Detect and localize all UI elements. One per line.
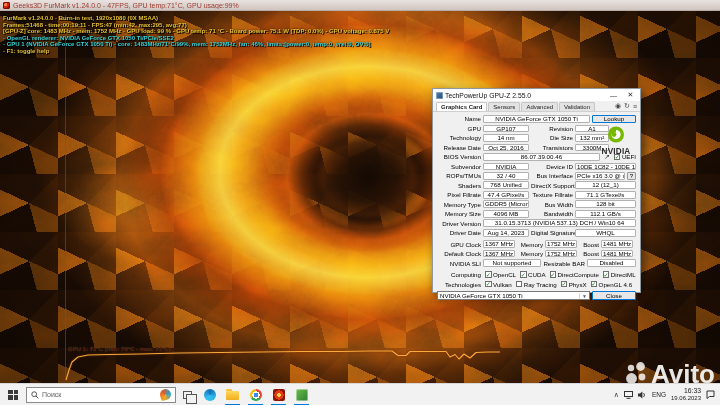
tray-expand-chevron[interactable]: ∧ [614,391,619,399]
osd-line-gpuz-stats: [GPU-Z] core: 1483 MHz - mem: 1752 MHz -… [3,28,389,35]
field-value-resizable-bar: Disabled [587,259,636,267]
nvidia-wordmark: NVIDIA [595,147,637,156]
field-value-name: NVIDIA GeForce GTX 1050 Ti [483,115,590,123]
furmark-taskbar-icon [273,389,285,401]
field-value-default-clock: 1367 MHz [483,250,515,258]
field-label: DirectX Support [531,182,573,189]
field-label: GPU [437,125,481,132]
field-label: Die Size [531,134,573,141]
checkbox-label: PhysX [569,281,587,288]
vulkan-checkbox[interactable]: ✓ Vulkan [485,281,512,288]
ray-tracing-checkbox[interactable]: Ray Tracing [516,281,557,288]
gpuz-app-icon [436,92,443,99]
task-view-icon [183,391,192,399]
physx-checkbox[interactable]: ✓ PhysX [561,281,587,288]
field-value-gpu-clock: 1367 MHz [483,240,515,248]
taskbar-search-input[interactable]: Поиск [26,387,176,403]
checkbox-label: Vulkan [493,281,512,288]
network-icon[interactable] [624,391,633,399]
tab-validation[interactable]: Validation [559,102,595,112]
field-label: Bus Width [531,201,573,208]
field-label: Transistors [531,144,573,151]
furmark-titlebar[interactable]: Geeks3D FurMark v1.24.0.0 - 47FPS, GPU t… [0,0,720,11]
minimize-button[interactable]: — [606,92,621,99]
checkbox-mark: ✓ [520,271,527,278]
clock-date: 19.06.2023 [671,395,701,403]
field-label: Bandwidth [531,210,573,217]
taskbar-item-edge[interactable] [198,384,221,405]
field-label: Boost [579,241,599,248]
field-label: Default Clock [437,250,481,257]
field-value-memory-size: 4096 MB [483,210,529,218]
bus-interface-help-button[interactable]: ? [627,172,636,180]
field-value-texture-fillrate: 71.1 GTexel/s [575,191,636,199]
cuda-checkbox[interactable]: ✓ CUDA [520,271,546,278]
gpuz-fields: Name NVIDIA GeForce GTX 1050 Ti Lookup G… [433,112,640,302]
gpuz-window: TechPowerUp GPU-Z 2.55.0 — ✕ Graphics Ca… [432,88,641,293]
chrome-icon [250,389,262,401]
row-card-selector: NVIDIA GeForce GTX 1050 Ti ▼ Close [437,292,636,300]
taskbar-item-gpuz[interactable] [290,384,313,405]
directcompute-checkbox[interactable]: ✓ DirectCompute [550,271,599,278]
field-value-driver-date: Aug 14, 2023 [483,229,529,237]
taskbar-item-chrome[interactable] [244,384,267,405]
refresh-icon[interactable]: ↻ [624,102,630,110]
opengl-checkbox[interactable]: ✓ OpenGL 4.6 [591,281,632,288]
directml-checkbox[interactable]: ✓ DirectML [603,271,636,278]
field-value-bus-interface: PCIe x16 3.0 @ x16 3.0 [575,172,625,180]
start-button[interactable] [0,384,26,405]
system-tray: ∧ ENG 16:33 19.06.2023 [614,387,720,402]
taskbar-clock[interactable]: 16:33 19.06.2023 [671,387,701,402]
furmark-app-icon [3,2,10,9]
checkbox-mark: ✓ [550,271,557,278]
field-label: Technologies [437,281,481,288]
taskbar-item-explorer[interactable] [221,384,244,405]
action-center-icon[interactable] [706,390,715,399]
opencl-checkbox[interactable]: ✓ OpenCL [485,271,516,278]
field-value-memory-clock: 1752 MHz [545,240,577,248]
field-value-bandwidth: 112.1 GB/s [575,210,636,218]
gpuz-titlebar[interactable]: TechPowerUp GPU-Z 2.55.0 — ✕ [433,89,640,101]
row-driver-version: Driver Version 31.0.15.3713 (NVIDIA 537.… [437,219,636,227]
close-button[interactable]: Close [592,291,636,300]
field-value-memory-type: GDDR5 (Micron) [483,200,529,208]
field-value-rops: 32 / 40 [483,172,529,180]
osd-line-gpu1: - GPU 1 (NVIDIA GeForce GTX 1050 Ti) - c… [3,41,389,48]
row-name: Name NVIDIA GeForce GTX 1050 Ti Lookup [437,115,636,123]
field-value-device-id: 10DE 1C82 - 10DE 1C82 [575,163,636,171]
tab-graphics-card[interactable]: Graphics Card [436,102,487,112]
close-window-button[interactable]: ✕ [623,91,638,99]
tab-advanced[interactable]: Advanced [521,102,558,112]
language-indicator[interactable]: ENG [652,391,666,398]
checkbox-label: OpenGL 4.6 [599,281,632,288]
checkbox-mark: ✓ [561,281,568,288]
gpuz-tab-strip: Graphics Card Sensors Advanced Validatio… [433,101,640,112]
field-label: Revision [531,125,573,132]
checkbox-mark: ✓ [591,281,598,288]
volume-icon[interactable] [638,391,647,399]
field-value-pixel-fillrate: 47.4 GPixel/s [483,191,529,199]
checkbox-mark: ✓ [603,271,610,278]
field-label: Memory [517,241,543,248]
task-view-button[interactable] [176,384,198,405]
search-icon [31,391,39,399]
gpuz-window-title: TechPowerUp GPU-Z 2.55.0 [445,92,604,99]
row-shaders: Shaders 768 Unified DirectX Support 12 (… [437,181,636,189]
chevron-down-icon: ▼ [579,293,587,299]
graph-sweep-line [65,15,66,380]
taskbar-item-furmark[interactable] [267,384,290,405]
furmark-window-title: Geeks3D FurMark v1.24.0.0 - 47FPS, GPU t… [13,2,239,9]
camera-icon[interactable]: ◉ [615,102,621,110]
tab-sensors[interactable]: Sensors [488,102,520,112]
checkbox-mark: ✓ [485,281,492,288]
gpu-select-dropdown[interactable]: NVIDIA GeForce GTX 1050 Ti ▼ [437,291,590,300]
lookup-button[interactable]: Lookup [592,115,636,124]
field-label: Subvendor [437,163,481,170]
field-value-bios: 86.07.39.00.46 [483,153,600,161]
clock-time: 16:33 [671,387,701,395]
gpuz-taskbar-icon [296,389,308,401]
row-driver-date: Driver Date Aug 14, 2023 Digital Signatu… [437,229,636,237]
checkbox-label: DirectCompute [558,271,599,278]
menu-icon[interactable]: ≡ [633,103,637,110]
field-value-digital-signature: WHQL [575,229,636,237]
